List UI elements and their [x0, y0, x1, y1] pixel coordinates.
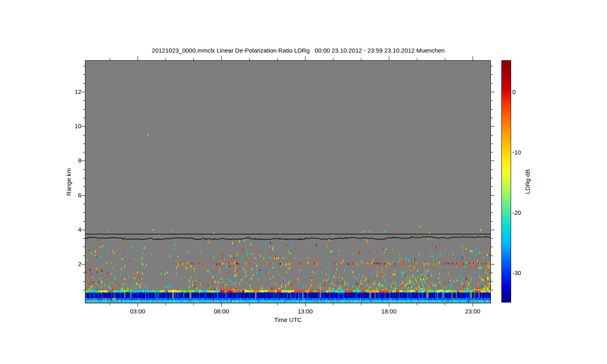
x-major-tick	[221, 303, 222, 307]
y-minor-tick	[83, 221, 85, 222]
y-minor-tick-right	[491, 221, 493, 222]
colorbar	[501, 60, 511, 303]
y-major-tick	[81, 126, 85, 127]
y-minor-tick-right	[491, 273, 493, 273]
x-minor-tick	[277, 303, 278, 305]
colorbar-tick-label: -20	[512, 209, 530, 216]
x-minor-tick	[445, 303, 445, 305]
y-minor-tick	[83, 109, 85, 110]
y-major-tick	[81, 161, 85, 161]
y-tick-label: 12	[61, 88, 81, 95]
y-major-tick	[81, 195, 85, 196]
y-major-tick-right	[491, 264, 495, 265]
y-minor-tick-right	[491, 178, 493, 178]
y-major-tick-right	[491, 230, 495, 230]
x-major-tick-top	[389, 56, 389, 60]
y-minor-tick	[83, 135, 85, 135]
y-minor-tick-right	[491, 247, 493, 247]
y-minor-tick	[83, 281, 85, 282]
x-minor-tick	[166, 303, 166, 305]
y-major-tick	[81, 264, 85, 265]
y-minor-tick-right	[491, 256, 493, 256]
y-minor-tick-right	[491, 74, 493, 75]
y-minor-tick-right	[491, 204, 493, 204]
x-tick-label: 23:00	[461, 308, 485, 315]
x-minor-tick	[249, 303, 250, 305]
colorbar-tick-label: -30	[512, 269, 530, 277]
x-tick-label: 03:00	[125, 308, 150, 315]
x-major-tick-top	[473, 56, 473, 60]
x-major-tick	[473, 303, 473, 307]
y-minor-tick	[83, 238, 85, 239]
x-major-tick-top	[221, 56, 222, 60]
x-tick-label: 13:00	[293, 308, 317, 315]
y-minor-tick	[83, 118, 85, 118]
y-minor-tick	[83, 256, 85, 256]
y-minor-tick-right	[491, 135, 493, 135]
y-minor-tick	[83, 212, 85, 213]
y-minor-tick-right	[491, 281, 493, 282]
x-minor-tick-top	[361, 58, 361, 60]
y-minor-tick	[83, 74, 85, 75]
x-minor-tick-top	[110, 58, 110, 60]
x-minor-tick	[417, 303, 417, 305]
y-minor-tick	[83, 247, 85, 247]
x-major-tick-top	[138, 56, 138, 60]
x-minor-tick-top	[445, 58, 445, 60]
ldr-quicklook-figure: 20121023_0000.mmclx Linear De-Polarizati…	[0, 0, 607, 364]
y-minor-tick	[83, 152, 85, 152]
y-minor-tick-right	[491, 152, 493, 152]
x-minor-tick	[333, 303, 333, 305]
y-minor-tick-right	[491, 83, 493, 84]
y-minor-tick	[83, 290, 85, 290]
y-minor-tick	[83, 169, 85, 170]
x-major-tick	[305, 303, 306, 307]
x-tick-label: 08:00	[209, 308, 233, 315]
y-minor-tick	[83, 178, 85, 178]
x-minor-tick	[361, 303, 361, 305]
x-major-tick-top	[305, 56, 306, 60]
y-major-tick-right	[491, 126, 495, 127]
x-major-tick	[138, 303, 138, 307]
colorbar-tick-label: 0	[512, 89, 530, 96]
y-minor-tick	[83, 66, 85, 66]
y-minor-tick-right	[491, 238, 493, 239]
y-minor-tick-right	[491, 66, 493, 66]
x-minor-tick-top	[277, 58, 278, 60]
y-minor-tick	[83, 186, 85, 187]
y-major-tick	[81, 92, 85, 92]
y-minor-tick	[83, 144, 85, 144]
x-minor-tick	[110, 303, 110, 305]
x-axis-title: Time UTC	[264, 316, 312, 323]
y-minor-tick-right	[491, 118, 493, 118]
x-major-tick	[389, 303, 389, 307]
y-minor-tick	[83, 100, 85, 101]
y-minor-tick-right	[491, 169, 493, 170]
x-tick-label: 18:00	[377, 308, 401, 315]
chart-title: 20121023_0000.mmclx Linear De-Polarizati…	[85, 47, 511, 54]
y-minor-tick-right	[491, 290, 493, 290]
y-minor-tick-right	[491, 186, 493, 187]
heatmap-canvas	[85, 61, 490, 303]
x-minor-tick	[193, 303, 194, 305]
x-minor-tick-top	[249, 58, 250, 60]
y-axis-title: Range km	[65, 154, 72, 210]
y-minor-tick	[83, 83, 85, 84]
y-major-tick-right	[491, 195, 495, 196]
y-minor-tick-right	[491, 109, 493, 110]
y-major-tick-right	[491, 161, 495, 161]
y-minor-tick	[83, 273, 85, 273]
y-major-tick	[81, 230, 85, 230]
x-minor-tick-top	[166, 58, 166, 60]
y-tick-label: 4	[61, 226, 81, 233]
x-minor-tick-top	[417, 58, 417, 60]
y-tick-label: 10	[61, 123, 81, 130]
y-tick-label: 2	[61, 260, 81, 268]
colorbar-title: LDRg dB	[524, 153, 531, 210]
y-minor-tick-right	[491, 212, 493, 213]
y-minor-tick	[83, 204, 85, 204]
y-minor-tick-right	[491, 100, 493, 101]
x-minor-tick-top	[193, 58, 194, 60]
x-minor-tick-top	[333, 58, 333, 60]
y-minor-tick-right	[491, 144, 493, 144]
